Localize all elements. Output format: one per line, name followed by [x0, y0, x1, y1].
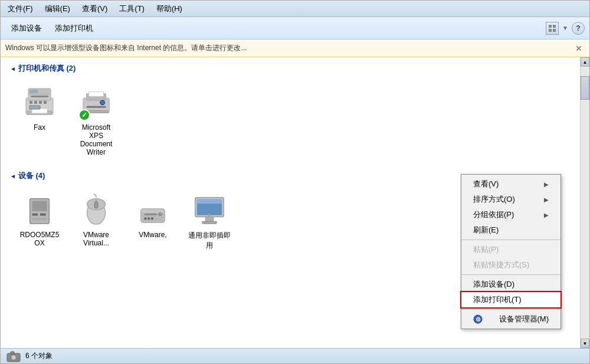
ctx-view-arrow: ▶ [544, 181, 549, 188]
help-button[interactable]: ? [572, 22, 585, 35]
xps-icon-container: ✓ [77, 83, 115, 121]
menubar: 文件(F) 编辑(E) 查看(V) 工具(T) 帮助(H) [1, 1, 589, 17]
infobar-close-button[interactable]: ✕ [573, 44, 585, 53]
svg-point-44 [208, 214, 211, 216]
svg-rect-36 [148, 218, 150, 220]
printers-grid: Fax [10, 81, 571, 159]
monitor-label: 通用非即插即用 [188, 231, 231, 251]
scroll-down-arrow[interactable]: ▼ [581, 339, 589, 348]
ctx-group-label: 分组依据(P) [473, 209, 514, 220]
ctx-view[interactable]: 查看(V) ▶ [461, 176, 560, 192]
svg-text:⚙: ⚙ [476, 316, 481, 323]
infobar-message: Windows 可以显示增强型设备图标和来自 Internet 的信息。请单击进… [5, 43, 247, 53]
ctx-add-printer-label: 添加打印机(T) [473, 294, 522, 305]
context-menu: 查看(V) ▶ 排序方式(O) ▶ 分组依据(P) ▶ 刷新(E) 粘贴(P) [461, 174, 561, 329]
add-printer-button[interactable]: 添加打印机 [49, 21, 99, 35]
mouse-icon-container [77, 191, 115, 228]
svg-rect-26 [32, 218, 47, 220]
svg-point-21 [100, 100, 105, 105]
monitor-icon [193, 193, 226, 226]
svg-rect-18 [88, 92, 103, 97]
toolbar: 添加设备 添加打印机 ▼ ? [1, 17, 589, 40]
default-printer-badge: ✓ [78, 109, 90, 121]
svg-rect-33 [145, 214, 157, 215]
camera-icon [6, 350, 21, 362]
svg-rect-13 [30, 106, 40, 109]
ctx-sort-arrow: ▶ [544, 196, 549, 203]
svg-rect-6 [31, 96, 48, 97]
view-dropdown-arrow[interactable]: ▼ [562, 25, 568, 31]
svg-rect-50 [11, 352, 14, 354]
svg-rect-24 [32, 214, 38, 216]
svg-rect-38 [142, 210, 164, 214]
mac-label: VMware, [139, 231, 166, 239]
svg-rect-43 [202, 221, 217, 224]
ctx-paste: 粘贴(P) [461, 242, 560, 257]
svg-rect-35 [145, 218, 147, 220]
svg-rect-15 [30, 90, 38, 93]
svg-rect-3 [553, 29, 556, 32]
ctx-device-manager[interactable]: ⚙ 设备管理器(M) [461, 311, 560, 327]
view-icon [548, 24, 556, 32]
fax-icon-container [21, 83, 58, 121]
svg-rect-1 [553, 25, 556, 28]
svg-rect-37 [151, 218, 153, 220]
statusbar: 6 个对象 [1, 348, 589, 363]
ctx-group[interactable]: 分组依据(P) ▶ [461, 207, 560, 222]
svg-rect-25 [40, 214, 46, 216]
drive-icon-container [21, 191, 58, 228]
drive-label: RDOO5MZ5OX [18, 231, 61, 247]
monitor-device[interactable]: 通用非即插即用 [186, 188, 233, 253]
svg-point-49 [12, 356, 15, 359]
menu-view[interactable]: 查看(V) [80, 3, 110, 15]
scroll-thumb[interactable] [581, 76, 589, 100]
fax-device[interactable]: Fax [16, 81, 63, 159]
xps-device[interactable]: ✓ Microsoft XPS Document Writer [73, 81, 120, 159]
svg-rect-12 [44, 101, 47, 104]
menu-tools[interactable]: 工具(T) [117, 3, 147, 15]
drive-device[interactable]: RDOO5MZ5OX [16, 188, 63, 253]
ctx-view-label: 查看(V) [473, 179, 499, 189]
main-window: 文件(F) 编辑(E) 查看(V) 工具(T) 帮助(H) 添加设备 添加打印机… [0, 0, 590, 364]
mac-icon [136, 193, 169, 226]
scroll-up-arrow[interactable]: ▲ [581, 57, 589, 67]
svg-rect-2 [549, 29, 552, 32]
ctx-sep-2 [461, 274, 560, 275]
ctx-paste-shortcut-label: 粘贴快捷方式(S) [473, 260, 529, 270]
svg-rect-20 [87, 106, 106, 108]
xps-label: Microsoft XPS Document Writer [75, 123, 117, 156]
ctx-sort[interactable]: 排序方式(O) ▶ [461, 192, 560, 207]
mouse-device[interactable]: VMware Virtual... [73, 188, 120, 253]
mac-device[interactable]: VMware, [129, 188, 176, 253]
ctx-paste-label: 粘贴(P) [473, 244, 499, 255]
ctx-add-device-label: 添加设备(D) [473, 279, 514, 290]
ctx-refresh[interactable]: 刷新(E) [461, 222, 560, 238]
svg-rect-0 [549, 25, 552, 28]
printers-section-header: 打印机和传真 (2) [10, 63, 571, 74]
view-toggle-button[interactable] [546, 22, 559, 35]
menu-edit[interactable]: 编辑(E) [42, 3, 73, 15]
scrollbar[interactable]: ▲ ▼ [580, 57, 589, 348]
infobar: Windows 可以显示增强型设备图标和来自 Internet 的信息。请单击进… [1, 40, 589, 57]
svg-rect-9 [30, 101, 32, 104]
fax-icon [22, 85, 57, 119]
ctx-sep-3 [461, 309, 560, 310]
svg-rect-23 [32, 201, 47, 211]
ctx-group-arrow: ▶ [544, 212, 549, 218]
ctx-add-device[interactable]: 添加设备(D) [461, 277, 560, 292]
ctx-add-printer[interactable]: 添加打印机(T) [461, 292, 560, 307]
svg-rect-41 [197, 199, 222, 204]
main-content: 打印机和传真 (2) [1, 57, 589, 348]
device-manager-icon: ⚙ [473, 314, 483, 324]
drive-icon [23, 193, 56, 226]
ctx-sort-label: 排序方式(O) [473, 194, 515, 205]
svg-rect-10 [34, 101, 37, 104]
content-area: 打印机和传真 (2) [1, 57, 580, 348]
mouse-label: VMware Virtual... [75, 231, 117, 247]
add-device-button[interactable]: 添加设备 [5, 21, 48, 35]
mouse-icon [80, 193, 113, 226]
menu-help[interactable]: 帮助(H) [154, 3, 185, 15]
menu-file[interactable]: 文件(F) [5, 3, 35, 15]
ctx-sep-1 [461, 240, 560, 240]
svg-rect-11 [39, 101, 42, 104]
